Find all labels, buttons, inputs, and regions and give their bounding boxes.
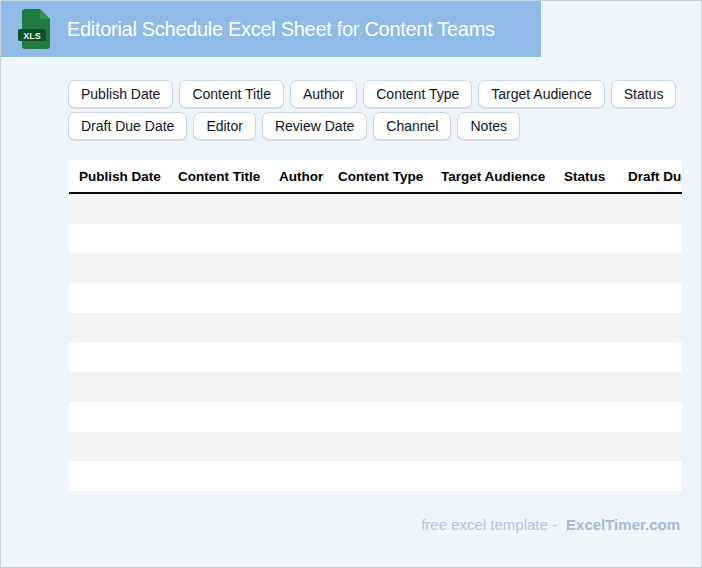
table-row [69, 253, 682, 283]
chip-author[interactable]: Author [290, 80, 357, 108]
table-row [69, 224, 682, 254]
table-header-row: Publish DateContent TitleAuthorContent T… [69, 160, 682, 194]
column-header-status: Status [564, 169, 628, 184]
footer-brand-link[interactable]: ExcelTimer.com [566, 516, 680, 533]
column-header-target-audience: Target Audience [441, 169, 564, 184]
table-row [69, 342, 682, 372]
page: XLS Editorial Schedule Excel Sheet for C… [0, 0, 702, 568]
chip-publish-date[interactable]: Publish Date [68, 80, 173, 108]
column-header-author: Author [279, 169, 338, 184]
chip-channel[interactable]: Channel [373, 112, 451, 140]
chip-content-type[interactable]: Content Type [363, 80, 472, 108]
schedule-table: Publish DateContent TitleAuthorContent T… [69, 160, 682, 491]
column-header-publish-date: Publish Date [79, 169, 178, 184]
chip-status[interactable]: Status [611, 80, 677, 108]
field-chip-list: Publish DateContent TitleAuthorContent T… [68, 80, 683, 140]
column-header-content-title: Content Title [178, 169, 279, 184]
chip-draft-due-date[interactable]: Draft Due Date [68, 112, 187, 140]
table-row [69, 194, 682, 224]
table-row [69, 372, 682, 402]
table-row [69, 432, 682, 462]
chip-notes[interactable]: Notes [457, 112, 520, 140]
table-row [69, 461, 682, 491]
table-row [69, 283, 682, 313]
xls-icon-label: XLS [23, 31, 41, 41]
chip-content-title[interactable]: Content Title [179, 80, 284, 108]
table-row [69, 402, 682, 432]
footer: free excel template - ExcelTimer.com [421, 516, 680, 533]
chip-target-audience[interactable]: Target Audience [478, 80, 604, 108]
table-body [69, 194, 682, 491]
column-header-draft-due-date: Draft Due Date [628, 169, 682, 184]
chip-review-date[interactable]: Review Date [262, 112, 367, 140]
page-title: Editorial Schedule Excel Sheet for Conte… [67, 18, 495, 41]
column-header-content-type: Content Type [338, 169, 441, 184]
xls-file-icon: XLS [17, 8, 53, 50]
footer-label: free excel template - [421, 516, 557, 533]
table-row [69, 313, 682, 343]
chip-editor[interactable]: Editor [193, 112, 256, 140]
title-band: XLS Editorial Schedule Excel Sheet for C… [1, 1, 541, 57]
